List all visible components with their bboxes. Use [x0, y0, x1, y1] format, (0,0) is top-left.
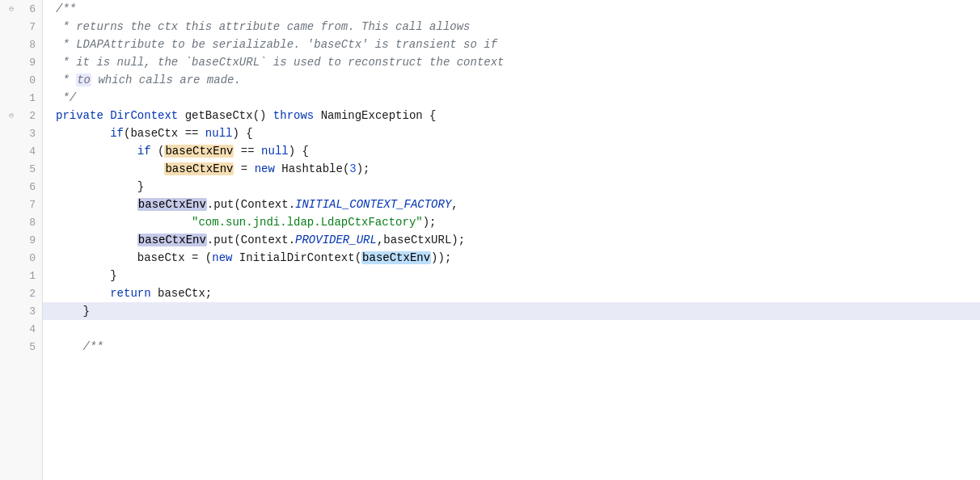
line-number-row: 0 — [6, 249, 36, 267]
fold-icon-25 — [6, 342, 16, 352]
line-number-row: 1 — [6, 89, 36, 107]
line-number-row: 9 — [6, 231, 36, 249]
line-num-14: 4 — [19, 145, 36, 158]
code-line-19: baseCtxEnv.put(Context.PROVIDER_URL,base… — [43, 231, 980, 249]
code-token: ) { — [232, 127, 252, 140]
code-token: } — [56, 180, 144, 193]
code-token — [56, 162, 164, 175]
fold-icon-14 — [6, 146, 16, 156]
code-line-16: } — [43, 178, 980, 196]
line-num-9: 9 — [19, 57, 36, 69]
line-num-16: 6 — [19, 181, 36, 193]
line-num-20: 0 — [19, 252, 36, 264]
code-token: which calls are made. — [91, 74, 241, 86]
fold-icon-8 — [6, 40, 16, 49]
code-token — [56, 287, 110, 300]
code-token: new — [255, 162, 282, 175]
line-number-row: 2 — [6, 284, 36, 302]
fold-icon-12[interactable]: ⊖ — [6, 111, 16, 120]
code-line-15: baseCtxEnv = new Hashtable(3); — [43, 160, 980, 178]
fold-icon-19 — [6, 235, 16, 245]
code-line-25: /** — [43, 338, 980, 356]
line-number-row: 4 — [6, 320, 36, 338]
code-token: 3 — [349, 162, 356, 175]
line-num-21: 1 — [19, 270, 36, 282]
fold-icon-10 — [6, 75, 16, 85]
code-token: getBaseCtx() — [185, 109, 273, 122]
code-token: "com.sun.jndi.ldap.LdapCtxFactory" — [192, 216, 423, 229]
line-num-7: 7 — [19, 21, 36, 33]
code-token: */ — [56, 91, 76, 104]
code-token: baseCtx; — [158, 287, 212, 300]
line-number-row: 5 — [6, 338, 36, 356]
fold-icon-7 — [6, 22, 16, 32]
code-token — [56, 145, 137, 158]
fold-icon-17 — [6, 200, 16, 209]
fold-icon-11 — [6, 93, 16, 103]
code-token: = — [234, 162, 254, 175]
line-number-row: 9 — [6, 53, 36, 71]
line-num-24: 4 — [19, 323, 36, 335]
line-num-25: 5 — [19, 341, 36, 353]
code-token: if — [137, 145, 158, 158]
code-token: } — [56, 269, 117, 282]
code-token: )); — [431, 251, 451, 264]
fold-icon-9 — [6, 57, 16, 67]
code-token: if — [110, 127, 124, 140]
code-token — [56, 322, 62, 335]
code-line-9: * it is null, the `baseCtxURL` is used t… — [43, 53, 980, 71]
fold-icon-6[interactable]: ⊖ — [6, 4, 16, 14]
code-token: * returns the ctx this attribute came fr… — [56, 20, 470, 33]
code-token: null — [261, 145, 289, 158]
code-token: ( — [343, 162, 349, 175]
code-token: * it is null, the `baseCtxURL` is used t… — [56, 56, 505, 69]
code-line-12: private DirContext getBaseCtx() throws N… — [43, 107, 980, 124]
code-token: /** — [56, 340, 103, 353]
code-token-to: to — [76, 74, 91, 86]
code-token: ,baseCtxURL); — [377, 234, 465, 246]
line-num-19: 9 — [19, 234, 36, 246]
code-token: baseCtx = ( — [56, 251, 212, 264]
line-number-row: ⊖ 6 — [6, 0, 36, 18]
code-token: ) { — [289, 145, 309, 158]
code-token: .put(Context. — [207, 234, 295, 246]
code-line-17: baseCtxEnv.put(Context.INITIAL_CONTEXT_F… — [43, 196, 980, 213]
code-token — [56, 216, 192, 229]
line-number-row: 5 — [6, 160, 36, 178]
code-token: * LDAPAttribute to be serializable. 'bas… — [56, 38, 497, 51]
code-line-21: } — [43, 267, 980, 284]
line-number-row: 3 — [6, 302, 36, 320]
code-line-8: * LDAPAttribute to be serializable. 'bas… — [43, 36, 980, 53]
line-num-17: 7 — [19, 199, 36, 211]
line-num-8: 8 — [19, 39, 36, 51]
line-numbers: ⊖ 6 7 8 9 0 1 ⊖ 2 3 — [0, 0, 43, 480]
line-num-6: 6 — [19, 3, 36, 15]
line-num-11: 1 — [19, 92, 36, 104]
fold-icon-23 — [6, 306, 16, 316]
code-token-baseCtxEnv-hl3: baseCtxEnv — [137, 198, 207, 211]
line-number-row: 8 — [6, 36, 36, 53]
code-token: .put(Context. — [207, 198, 295, 211]
code-token: DirContext — [110, 109, 184, 122]
line-num-12: 2 — [19, 110, 36, 122]
code-line-14: if (baseCtxEnv == null) { — [43, 142, 980, 160]
code-token: /** — [56, 2, 76, 15]
line-number-row: 7 — [6, 18, 36, 36]
code-line-24 — [43, 320, 980, 338]
fold-icon-16 — [6, 182, 16, 192]
code-token-baseCtxEnv-hl5: baseCtxEnv — [361, 251, 431, 264]
code-line-20: baseCtx = (new InitialDirContext(baseCtx… — [43, 249, 980, 267]
code-token: ); — [423, 216, 437, 229]
line-num-18: 8 — [19, 217, 36, 229]
line-number-row: 8 — [6, 213, 36, 231]
line-num-22: 2 — [19, 288, 36, 300]
code-content[interactable]: /** * returns the ctx this attribute cam… — [43, 0, 980, 480]
fold-icon-24 — [6, 324, 16, 334]
code-token: } — [56, 305, 90, 318]
code-token: == — [234, 145, 261, 158]
code-token-baseCtxEnv-hl1: baseCtxEnv — [164, 145, 234, 158]
code-line-7: * returns the ctx this attribute came fr… — [43, 18, 980, 36]
line-num-23: 3 — [19, 305, 36, 318]
code-token: InitialDirContext( — [239, 251, 361, 264]
line-number-row: 4 — [6, 142, 36, 160]
